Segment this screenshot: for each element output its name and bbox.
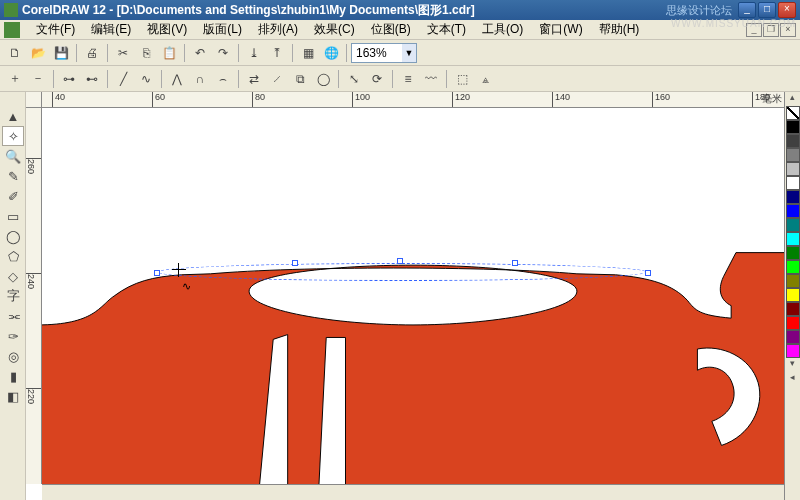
color-swatch[interactable] [786,204,800,218]
vertical-ruler[interactable]: 260 240 220 [26,108,42,484]
extend-curve-icon[interactable]: ⟋ [266,68,288,90]
ruler-origin[interactable] [26,92,42,108]
color-swatch[interactable] [786,344,800,358]
mdi-restore-button[interactable]: ❐ [763,23,779,37]
polygon-tool-icon[interactable]: ⬠ [2,246,24,266]
menu-edit[interactable]: 编辑(E) [83,19,139,40]
color-swatch[interactable] [786,148,800,162]
join-nodes-icon[interactable]: ⊶ [58,68,80,90]
palette-down-icon[interactable]: ▾ [785,358,800,372]
color-swatch[interactable] [786,274,800,288]
freehand-tool-icon[interactable]: ✎ [2,166,24,186]
menu-window[interactable]: 窗口(W) [531,19,590,40]
mdi-close-button[interactable]: × [780,23,796,37]
pick-tool-icon[interactable]: ▲ [2,106,24,126]
color-swatch[interactable] [786,246,800,260]
basic-shapes-tool-icon[interactable]: ◇ [2,266,24,286]
color-swatch[interactable] [786,302,800,316]
fill-tool-icon[interactable]: ▮ [2,366,24,386]
extract-subpath-icon[interactable]: ⧉ [289,68,311,90]
node-handle[interactable] [645,270,651,276]
color-swatch[interactable] [786,316,800,330]
paste-icon[interactable]: 📋 [158,42,180,64]
mdi-minimize-button[interactable]: _ [746,23,762,37]
save-icon[interactable]: 💾 [50,42,72,64]
horizontal-scrollbar[interactable] [42,484,784,500]
elastic-mode-icon[interactable]: 〰 [420,68,442,90]
open-icon[interactable]: 📂 [27,42,49,64]
zoom-combo[interactable]: ▼ [351,43,417,63]
color-palette: ▴ ▾ ◂ [784,92,800,500]
reverse-path-icon[interactable]: ⇄ [243,68,265,90]
close-button[interactable]: × [778,2,796,18]
color-swatch[interactable] [786,260,800,274]
interactive-blend-tool-icon[interactable]: ⫘ [2,306,24,326]
zoom-tool-icon[interactable]: 🔍 [2,146,24,166]
node-handle[interactable] [512,260,518,266]
ellipse-tool-icon[interactable]: ◯ [2,226,24,246]
no-fill-swatch[interactable] [786,106,800,120]
node-handle[interactable] [154,270,160,276]
delete-node-icon[interactable]: － [27,68,49,90]
app-launcher-icon[interactable]: ▦ [297,42,319,64]
rotate-nodes-icon[interactable]: ⟳ [366,68,388,90]
drawing-canvas[interactable]: ∿ [42,108,784,484]
palette-flyout-icon[interactable]: ◂ [785,372,800,386]
export-icon[interactable]: ⤒ [266,42,288,64]
eyedropper-tool-icon[interactable]: ✑ [2,326,24,346]
color-swatch[interactable] [786,176,800,190]
import-icon[interactable]: ⤓ [243,42,265,64]
select-all-nodes-icon[interactable]: ⬚ [451,68,473,90]
copy-icon[interactable]: ⎘ [135,42,157,64]
reduce-nodes-icon[interactable]: ⟁ [474,68,496,90]
smooth-node-icon[interactable]: ∩ [189,68,211,90]
horizontal-ruler[interactable]: 毫米 40 60 80 100 120 140 160 180 [42,92,784,108]
symmetric-node-icon[interactable]: ⌢ [212,68,234,90]
outline-tool-icon[interactable]: ◎ [2,346,24,366]
shape-tool-icon[interactable]: ✧ [2,126,24,146]
color-swatch[interactable] [786,190,800,204]
color-swatch[interactable] [786,330,800,344]
text-tool-icon[interactable]: 字 [2,286,24,306]
property-bar: ＋ － ⊶ ⊷ ╱ ∿ ⋀ ∩ ⌢ ⇄ ⟋ ⧉ ◯ ⤡ ⟳ ≡ 〰 ⬚ ⟁ [0,66,800,92]
undo-icon[interactable]: ↶ [189,42,211,64]
add-node-icon[interactable]: ＋ [4,68,26,90]
rectangle-tool-icon[interactable]: ▭ [2,206,24,226]
interactive-fill-tool-icon[interactable]: ◧ [2,386,24,406]
color-swatch[interactable] [786,218,800,232]
menu-layout[interactable]: 版面(L) [195,19,250,40]
menu-view[interactable]: 视图(V) [139,19,195,40]
node-handle[interactable] [397,258,403,264]
cut-icon[interactable]: ✂ [112,42,134,64]
color-swatch[interactable] [786,232,800,246]
maximize-button[interactable]: □ [758,2,776,18]
auto-close-icon[interactable]: ◯ [312,68,334,90]
color-swatch[interactable] [786,120,800,134]
cusp-node-icon[interactable]: ⋀ [166,68,188,90]
menu-file[interactable]: 文件(F) [28,19,83,40]
redo-icon[interactable]: ↷ [212,42,234,64]
to-curve-icon[interactable]: ∿ [135,68,157,90]
align-nodes-icon[interactable]: ≡ [397,68,419,90]
menu-help[interactable]: 帮助(H) [591,19,648,40]
palette-up-icon[interactable]: ▴ [785,92,800,106]
zoom-input[interactable] [352,44,402,62]
corel-online-icon[interactable]: 🌐 [320,42,342,64]
smart-drawing-tool-icon[interactable]: ✐ [2,186,24,206]
to-line-icon[interactable]: ╱ [112,68,134,90]
color-swatch[interactable] [786,288,800,302]
color-swatch[interactable] [786,162,800,176]
color-swatch[interactable] [786,134,800,148]
menu-arrange[interactable]: 排列(A) [250,19,306,40]
node-handle[interactable] [292,260,298,266]
menu-effects[interactable]: 效果(C) [306,19,363,40]
menu-tools[interactable]: 工具(O) [474,19,531,40]
menu-bitmap[interactable]: 位图(B) [363,19,419,40]
stretch-nodes-icon[interactable]: ⤡ [343,68,365,90]
print-icon[interactable]: 🖨 [81,42,103,64]
menu-text[interactable]: 文本(T) [419,19,474,40]
minimize-button[interactable]: _ [738,2,756,18]
break-nodes-icon[interactable]: ⊷ [81,68,103,90]
new-icon[interactable]: 🗋 [4,42,26,64]
zoom-dropdown-icon[interactable]: ▼ [402,44,416,62]
